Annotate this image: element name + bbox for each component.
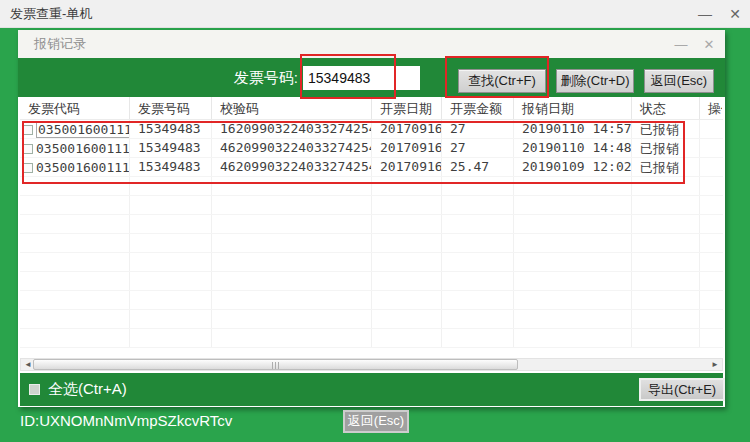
empty-cell: [212, 272, 372, 290]
col-header-status[interactable]: 状态: [632, 97, 700, 119]
empty-cell: [632, 310, 700, 328]
empty-cell: [20, 196, 130, 214]
delete-button[interactable]: 删除(Ctr+D): [556, 69, 634, 93]
empty-table-row: [20, 291, 723, 310]
empty-table-row: [20, 310, 723, 329]
empty-cell: [514, 215, 632, 233]
cell-op: [700, 158, 722, 176]
empty-cell: [130, 329, 212, 347]
empty-cell: [372, 310, 442, 328]
search-bar: 发票号码: 查找(Ctr+F) 删除(Ctr+D) 返回(Esc): [18, 58, 725, 97]
records-table: 发票代码 发票号码 校验码 开票日期 开票金额 报销日期 状态 操作 03500…: [20, 97, 723, 372]
empty-cell: [632, 272, 700, 290]
empty-cell: [130, 291, 212, 309]
close-icon[interactable]: ✕: [726, 6, 744, 22]
empty-cell: [514, 291, 632, 309]
dialog-minimize-icon[interactable]: —: [673, 37, 689, 52]
empty-cell: [372, 291, 442, 309]
cell-code[interactable]: 035001600111: [20, 139, 130, 157]
dialog-titlebar: 报销记录 — ✕: [18, 30, 725, 58]
empty-cell: [442, 215, 514, 233]
empty-cell: [372, 196, 442, 214]
empty-cell: [632, 177, 700, 195]
empty-cell: [442, 291, 514, 309]
empty-cell: [442, 177, 514, 195]
table-row[interactable]: 0350016001111534948346209903224033274254…: [20, 158, 723, 177]
col-header-reimburse-date[interactable]: 报销日期: [514, 97, 632, 119]
empty-cell: [514, 177, 632, 195]
empty-cell: [514, 234, 632, 252]
empty-table-row: [20, 196, 723, 215]
find-button[interactable]: 查找(Ctr+F): [458, 69, 546, 93]
empty-cell: [130, 215, 212, 233]
row-checkbox[interactable]: [23, 144, 33, 154]
empty-table-row: [20, 329, 723, 348]
empty-cell: [514, 196, 632, 214]
cell-status: 已报销: [632, 120, 700, 138]
col-header-amount[interactable]: 开票金额: [442, 97, 514, 119]
col-header-invoice-code[interactable]: 发票代码: [20, 97, 130, 119]
col-header-checksum[interactable]: 校验码: [212, 97, 372, 119]
col-header-operation[interactable]: 操作: [700, 97, 722, 119]
cell-code[interactable]: 035001600111: [20, 120, 130, 138]
empty-cell: [514, 329, 632, 347]
empty-cell: [372, 215, 442, 233]
empty-table-row: [20, 234, 723, 253]
scroll-right-icon[interactable]: ►: [708, 359, 722, 370]
machine-id-text: ID:UXNOMnNmVmpSZkcvRTcv: [20, 412, 232, 429]
window-title: 发票查重-单机: [10, 5, 92, 23]
invoice-number-input[interactable]: [303, 66, 420, 90]
empty-cell: [372, 329, 442, 347]
cell-reimbursed_at: 20190110 14:48:35: [514, 139, 632, 157]
empty-table-row: [20, 177, 723, 196]
table-row[interactable]: 0350016001111534948316209903224033274254…: [20, 120, 723, 139]
reimbursement-records-dialog: 报销记录 — ✕ 发票号码: 查找(Ctr+F) 删除(Ctr+D) 返回(Es…: [18, 30, 725, 407]
empty-cell: [212, 215, 372, 233]
select-all-bar: 全选(Ctr+A) 导出(Ctr+E): [20, 373, 723, 406]
empty-cell: [632, 234, 700, 252]
row-checkbox[interactable]: [23, 125, 33, 135]
empty-cell: [632, 253, 700, 271]
empty-cell: [372, 177, 442, 195]
empty-cell: [212, 177, 372, 195]
back-button-bottom[interactable]: 返回(Esc): [343, 410, 409, 433]
empty-cell: [700, 177, 722, 195]
empty-cell: [700, 234, 722, 252]
empty-table-row: [20, 215, 723, 234]
empty-cell: [212, 310, 372, 328]
empty-table-row: [20, 272, 723, 291]
cell-op: [700, 120, 722, 138]
cell-code[interactable]: 035001600111: [20, 158, 130, 176]
cell-checksum: 46209903224033274254: [212, 158, 372, 176]
empty-cell: [372, 234, 442, 252]
select-all-checkbox[interactable]: [29, 384, 40, 395]
horizontal-scrollbar[interactable]: ◄ ►: [20, 358, 723, 371]
cell-status: 已报销: [632, 158, 700, 176]
empty-cell: [442, 272, 514, 290]
return-button[interactable]: 返回(Esc): [644, 69, 714, 93]
select-all-label[interactable]: 全选(Ctr+A): [48, 380, 127, 399]
empty-cell: [130, 234, 212, 252]
row-checkbox[interactable]: [23, 163, 33, 173]
cell-reimbursed_at: 20190110 14:57:18: [514, 120, 632, 138]
minimize-icon[interactable]: —: [696, 6, 714, 22]
cell-date: 20170916: [372, 120, 442, 138]
dialog-close-icon[interactable]: ✕: [701, 37, 717, 52]
empty-cell: [700, 196, 722, 214]
col-header-invoice-number[interactable]: 发票号码: [130, 97, 212, 119]
window-controls: — ✕: [696, 0, 744, 28]
empty-cell: [212, 253, 372, 271]
col-header-invoice-date[interactable]: 开票日期: [372, 97, 442, 119]
export-button[interactable]: 导出(Ctr+E): [639, 378, 725, 401]
empty-cell: [514, 272, 632, 290]
empty-cell: [20, 234, 130, 252]
scrollbar-thumb[interactable]: [33, 359, 518, 370]
cell-amount: 27: [442, 120, 514, 138]
empty-cell: [130, 196, 212, 214]
empty-cell: [372, 272, 442, 290]
table-row[interactable]: 0350016001111534948346209903224033274254…: [20, 139, 723, 158]
empty-cell: [20, 215, 130, 233]
window-titlebar: 发票查重-单机 — ✕: [0, 0, 750, 28]
cell-number: 15349483: [130, 158, 212, 176]
empty-cell: [632, 329, 700, 347]
